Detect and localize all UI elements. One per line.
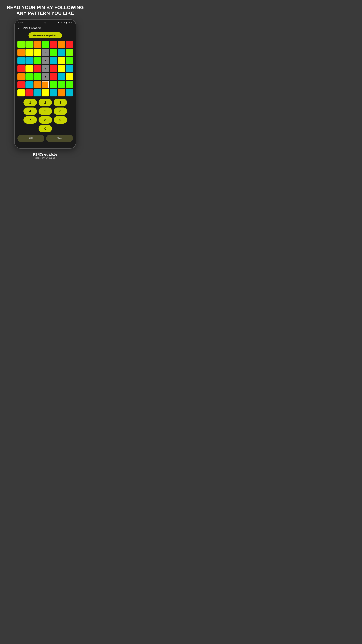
numpad-row: 789 [23,116,67,124]
numpad-button-9[interactable]: 9 [54,116,67,124]
grid-cell[interactable] [58,89,65,96]
grid-cell[interactable] [58,81,65,88]
grid-cell[interactable] [41,81,49,88]
grid-cell[interactable] [25,57,33,64]
wifi-icon: ▼ [58,22,59,24]
grid-cell[interactable] [41,41,49,48]
numpad-row: 123 [23,99,67,106]
grid-cell[interactable] [17,73,25,80]
numpad-button-6[interactable]: 6 [54,108,67,115]
grid-cell[interactable] [66,65,73,72]
app-name: PINCredible [33,152,57,157]
grid-cell[interactable] [25,65,33,72]
grid-cell[interactable] [58,65,65,72]
back-button[interactable]: ← [17,26,21,30]
generate-new-pattern-button[interactable]: Generate new pattern [28,32,62,38]
grid-cell[interactable] [17,57,25,64]
grid-cell[interactable] [66,89,73,96]
grid-cell[interactable] [50,41,57,48]
numpad-button-7[interactable]: 7 [23,116,37,124]
app-footer: PINCredible made by Cyb3rKo [33,152,57,159]
numpad-button-3[interactable]: 3 [54,99,67,106]
grid-cell[interactable] [17,41,25,48]
grid-cell[interactable] [50,81,57,88]
app-credit: made by Cyb3rKo [33,157,57,159]
grid-cell[interactable] [17,81,25,88]
grid-cell[interactable] [66,49,73,56]
signal-icon: ▲ [64,22,65,24]
lte-label: LTE [60,22,63,24]
grid-cell[interactable] [50,49,57,56]
grid-cell[interactable]: 3 [41,65,49,72]
grid-cell[interactable] [17,89,25,96]
grid-cell[interactable] [33,73,41,80]
numpad: 1234567890 [17,99,73,132]
grid-cell[interactable] [66,57,73,64]
grid-cell[interactable] [58,49,65,56]
grid-cell[interactable] [25,49,33,56]
grid-cell[interactable] [50,65,57,72]
grid-cell[interactable] [33,65,41,72]
bottom-buttons-row: Fill Clear [17,135,73,142]
numpad-button-0[interactable]: 0 [38,125,52,132]
grid-cell[interactable] [33,41,41,48]
top-bar: ← PIN Creation [17,25,73,32]
numpad-button-2[interactable]: 2 [38,99,52,106]
numpad-button-1[interactable]: 1 [23,99,37,106]
grid-cell[interactable] [33,57,41,64]
generate-btn-container: Generate new pattern [17,32,73,38]
color-grid: 1234 [17,41,73,96]
phone-content: ← PIN Creation Generate new pattern 1234… [15,25,76,148]
status-icons: ▼ LTE ▲ ▮ 100 % [58,22,72,24]
status-bar: 13:00 ▼ LTE ▲ ▮ 100 % [15,20,76,25]
grid-cell[interactable] [58,57,65,64]
grid-cell[interactable] [33,89,41,96]
grid-cell[interactable] [66,41,73,48]
battery-label: 100 % [68,22,72,24]
numpad-button-5[interactable]: 5 [38,108,52,115]
status-time: 13:00 [18,22,23,24]
grid-cell[interactable]: 2 [41,57,49,64]
grid-cell[interactable] [50,73,57,80]
clear-button[interactable]: Clear [46,135,73,142]
grid-cell[interactable] [41,89,49,96]
numpad-row: 0 [38,125,52,132]
grid-cell[interactable] [50,57,57,64]
grid-cell[interactable] [17,65,25,72]
page-title: PIN Creation [23,26,41,30]
grid-cell[interactable] [17,49,25,56]
headline: READ YOUR PIN BY FOLLOWING ANY PATTERN Y… [0,0,90,19]
numpad-button-4[interactable]: 4 [23,108,37,115]
numpad-button-8[interactable]: 8 [38,116,52,124]
home-indicator [37,144,54,144]
numpad-row: 456 [23,108,67,115]
grid-cell[interactable] [58,73,65,80]
grid-cell[interactable] [50,89,57,96]
grid-cell[interactable] [25,81,33,88]
fill-button[interactable]: Fill [17,135,44,142]
grid-cell[interactable] [58,41,65,48]
grid-cell[interactable] [66,73,73,80]
grid-cell[interactable] [33,49,41,56]
camera-dot [44,22,46,24]
grid-cell[interactable] [25,89,33,96]
grid-cell[interactable] [25,41,33,48]
battery-icon: ▮ [66,22,67,24]
grid-cell[interactable] [25,73,33,80]
grid-cell[interactable]: 4 [41,73,49,80]
grid-cell[interactable] [33,81,41,88]
grid-cell[interactable]: 1 [41,49,49,56]
phone-frame: 13:00 ▼ LTE ▲ ▮ 100 % ← PIN Creation Gen… [14,19,76,148]
grid-cell[interactable] [66,81,73,88]
